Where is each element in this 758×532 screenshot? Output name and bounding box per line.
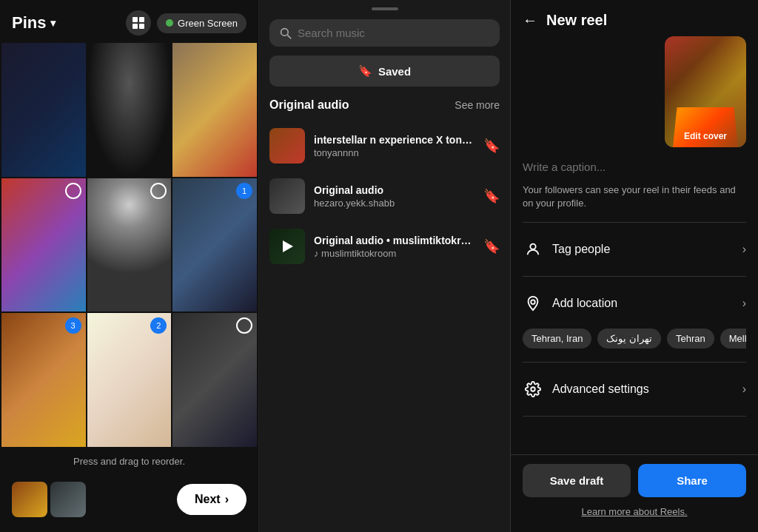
thumbnail-strip <box>12 482 86 517</box>
svg-rect-3 <box>139 24 144 29</box>
audio-thumbnail <box>269 229 305 264</box>
save-audio-button[interactable]: 🔖 <box>483 138 500 154</box>
location-tag[interactable]: تهران یونک <box>597 329 661 349</box>
drag-handle <box>372 7 398 10</box>
selection-badge <box>150 183 167 199</box>
selection-badge <box>65 183 81 199</box>
green-dot-icon <box>166 19 173 27</box>
location-tag[interactable]: Tehran, Iran <box>523 329 591 349</box>
bookmark-icon: 🔖 <box>358 64 372 78</box>
audio-thumbnail <box>269 178 305 214</box>
photo-cell[interactable] <box>1 178 86 312</box>
advanced-settings-option[interactable]: Advanced settings › <box>523 368 746 410</box>
location-tag[interactable]: Tehran <box>667 329 714 349</box>
tag-people-option[interactable]: Tag people › <box>523 229 746 270</box>
search-music-input[interactable] <box>298 27 489 39</box>
caption-hint: Your followers can see your reel in thei… <box>523 183 746 210</box>
save-audio-button[interactable]: 🔖 <box>483 188 500 204</box>
next-button[interactable]: Next › <box>177 484 246 515</box>
back-button[interactable]: ← <box>523 12 537 29</box>
reel-content: Edit cover Your followers can see your r… <box>511 36 758 454</box>
audio-item[interactable]: interstellar n experience X tonyann 🎵✨ t… <box>259 121 510 171</box>
photo-cell[interactable] <box>1 43 86 177</box>
svg-point-6 <box>530 244 535 249</box>
photo-cell[interactable] <box>87 43 172 177</box>
audio-artist: hezaro.yekk.shabb <box>314 198 474 209</box>
divider <box>523 222 746 223</box>
saved-label: Saved <box>378 65 411 78</box>
drag-hint: Press and drag to reorder. <box>0 448 258 474</box>
reel-header: ← New reel <box>511 0 758 36</box>
see-more-button[interactable]: See more <box>455 99 500 111</box>
reel-bottom: Save draft Share Learn more about Reels. <box>511 454 758 532</box>
panel-pins: Pins ▾ Green Screen <box>0 0 259 532</box>
svg-point-8 <box>531 388 535 392</box>
learn-more: Learn more about Reels. <box>523 506 746 517</box>
thumbnail-mini[interactable] <box>12 482 47 517</box>
location-tag[interactable]: Mellat Park <box>720 329 746 349</box>
selection-badge: 3 <box>65 317 81 334</box>
svg-rect-0 <box>133 17 138 22</box>
add-location-option[interactable]: Add location › <box>523 283 746 324</box>
divider <box>523 362 746 363</box>
photo-cell[interactable] <box>87 178 172 312</box>
location-tags: Tehran, Iran تهران یونک Tehran Mellat Pa… <box>523 324 746 356</box>
chevron-right-icon: › <box>742 243 746 256</box>
photo-cell[interactable] <box>172 43 257 177</box>
svg-line-5 <box>287 35 291 38</box>
play-icon <box>269 229 305 264</box>
tag-people-label: Tag people <box>552 243 742 256</box>
original-audio-header: Original audio See more <box>259 98 510 121</box>
chevron-right-icon: › <box>742 383 746 396</box>
pins-header: Pins ▾ Green Screen <box>0 0 258 41</box>
chevron-right-icon: › <box>742 297 746 310</box>
photo-cell[interactable]: 1 <box>172 178 257 312</box>
audio-title: Original audio • muslimtiktokroom <box>314 235 474 246</box>
save-audio-button[interactable]: 🔖 <box>483 238 500 255</box>
thumbnail-mini[interactable] <box>50 482 86 517</box>
grid-icon <box>132 16 145 30</box>
save-draft-button[interactable]: Save draft <box>523 464 631 497</box>
audio-thumbnail <box>269 128 305 164</box>
photo-cell[interactable] <box>172 313 257 447</box>
photo-cell[interactable]: 2 <box>87 313 172 447</box>
location-icon <box>523 293 543 314</box>
audio-title: interstellar n experience X tonyann 🎵✨ <box>314 134 474 146</box>
divider <box>523 276 746 277</box>
green-screen-label: Green Screen <box>178 18 238 29</box>
photo-cell[interactable]: 3 <box>1 313 86 447</box>
reel-title: New reel <box>546 12 607 29</box>
selection-badge: 1 <box>236 183 252 199</box>
photo-grid: 1 3 2 <box>0 41 258 448</box>
audio-title: Original audio <box>314 184 474 196</box>
reel-cover-area: Edit cover <box>523 36 746 147</box>
reel-action-buttons: Save draft Share <box>523 464 746 497</box>
next-arrow-icon: › <box>225 493 229 506</box>
original-audio-label: Original audio <box>269 98 349 112</box>
audio-item[interactable]: Original audio hezaro.yekk.shabb 🔖 <box>259 171 510 221</box>
pins-controls: Green Screen <box>126 10 246 36</box>
edit-cover-label[interactable]: Edit cover <box>665 131 746 141</box>
reel-cover-thumbnail[interactable]: Edit cover <box>665 36 746 147</box>
audio-list: interstellar n experience X tonyann 🎵✨ t… <box>259 121 510 532</box>
panel-reel: ← New reel Edit cover Your followers can… <box>511 0 758 532</box>
audio-info: interstellar n experience X tonyann 🎵✨ t… <box>314 134 474 158</box>
divider <box>523 416 746 417</box>
green-screen-button[interactable]: Green Screen <box>157 13 246 33</box>
pins-title[interactable]: Pins ▾ <box>12 13 56 33</box>
music-search-bar[interactable] <box>269 19 500 47</box>
panel-music: 🔖 Saved Original audio See more interste… <box>259 0 511 532</box>
audio-info: Original audio hezaro.yekk.shabb <box>314 184 474 209</box>
learn-more-link[interactable]: Learn more about Reels. <box>581 506 687 517</box>
settings-icon <box>523 379 543 400</box>
svg-rect-1 <box>139 17 144 22</box>
audio-item[interactable]: Original audio • muslimtiktokroom ♪ musl… <box>259 221 510 272</box>
audio-artist: tonyannnn <box>314 147 474 158</box>
share-button[interactable]: Share <box>638 464 746 497</box>
saved-button[interactable]: 🔖 Saved <box>269 55 500 87</box>
grid-view-button[interactable] <box>126 10 151 36</box>
caption-input[interactable] <box>523 158 746 176</box>
search-icon <box>280 27 292 39</box>
play-triangle <box>283 240 293 252</box>
svg-rect-2 <box>133 24 138 29</box>
